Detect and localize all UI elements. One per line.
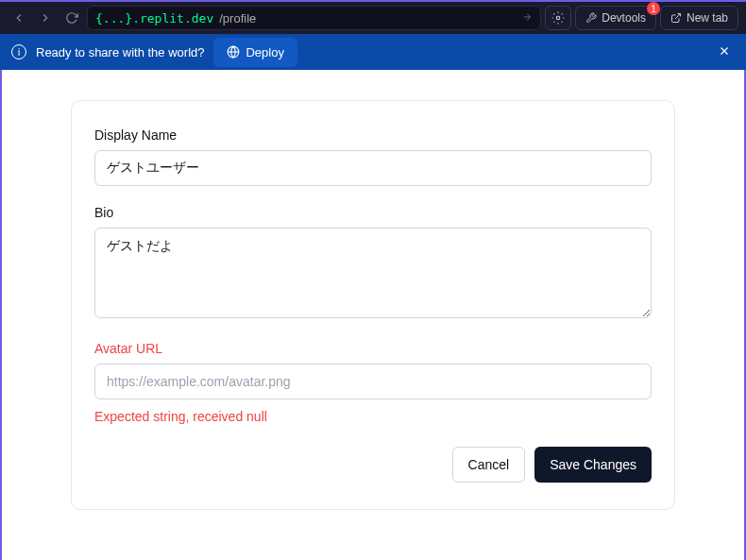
go-icon bbox=[521, 9, 533, 26]
svg-point-1 bbox=[557, 16, 561, 20]
forward-button[interactable] bbox=[34, 7, 57, 29]
new-tab-button[interactable]: New tab bbox=[660, 6, 738, 30]
page-content: Display Name Bio Avatar URL Expected str… bbox=[0, 70, 746, 560]
cancel-button[interactable]: Cancel bbox=[452, 447, 526, 483]
refresh-button[interactable] bbox=[60, 7, 83, 29]
deploy-banner: i Ready to share with the world? Deploy bbox=[0, 34, 746, 70]
form-actions: Cancel Save Changes bbox=[94, 447, 652, 483]
url-path: /profile bbox=[219, 11, 516, 25]
screenshot-button[interactable] bbox=[545, 6, 571, 30]
new-tab-label: New tab bbox=[687, 11, 728, 25]
info-icon: i bbox=[11, 44, 26, 59]
display-name-input[interactable] bbox=[94, 150, 652, 186]
display-name-label: Display Name bbox=[94, 127, 652, 143]
devtools-label: Devtools bbox=[602, 11, 646, 25]
close-banner-button[interactable] bbox=[714, 41, 735, 64]
avatar-url-error: Expected string, received null bbox=[94, 409, 652, 424]
devtools-button[interactable]: Devtools 1 bbox=[575, 6, 656, 30]
browser-toolbar: {...}.replit.dev /profile Devtools 1 New… bbox=[0, 2, 746, 34]
display-name-group: Display Name bbox=[94, 127, 652, 186]
svg-line-2 bbox=[675, 14, 681, 20]
bio-group: Bio bbox=[94, 205, 652, 322]
url-bar[interactable]: {...}.replit.dev /profile bbox=[87, 6, 541, 30]
avatar-url-group: Avatar URL Expected string, received nul… bbox=[94, 341, 652, 424]
devtools-badge: 1 bbox=[647, 2, 660, 15]
back-button[interactable] bbox=[8, 7, 30, 29]
save-button[interactable]: Save Changes bbox=[534, 447, 652, 483]
url-host: {...}.replit.dev bbox=[95, 11, 213, 25]
deploy-message: Ready to share with the world? bbox=[36, 45, 204, 59]
deploy-button[interactable]: Deploy bbox=[213, 38, 297, 67]
bio-textarea[interactable] bbox=[94, 228, 652, 318]
bio-label: Bio bbox=[94, 205, 652, 220]
profile-form-card: Display Name Bio Avatar URL Expected str… bbox=[71, 100, 675, 510]
deploy-button-label: Deploy bbox=[246, 45, 283, 59]
avatar-url-label: Avatar URL bbox=[94, 341, 652, 356]
avatar-url-input[interactable] bbox=[94, 364, 652, 399]
